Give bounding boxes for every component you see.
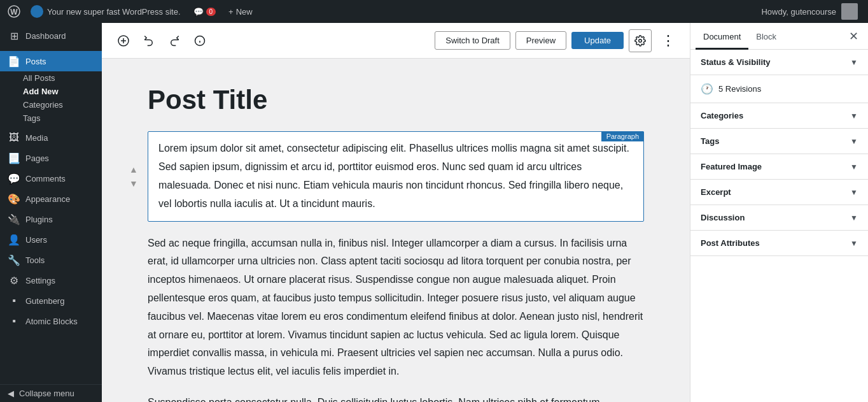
- sidebar-posts-group: 📄 Posts All Posts Add New Categories Tag…: [0, 48, 102, 127]
- section-excerpt-header[interactable]: Excerpt ▼: [690, 180, 868, 205]
- sidebar-collapse[interactable]: ◀ Collapse menu: [0, 384, 102, 402]
- collapse-icon: ◀: [8, 389, 14, 398]
- section-excerpt-label: Excerpt: [701, 187, 731, 197]
- chevron-discussion-icon: ▼: [850, 213, 858, 222]
- right-panel: Document Block ✕ Status & Visibility ▼ 🕐…: [690, 23, 868, 402]
- comment-badge[interactable]: 💬 0: [188, 7, 221, 17]
- section-tags-header[interactable]: Tags ▼: [690, 129, 868, 154]
- sidebar-sub-add-new[interactable]: Add New: [0, 85, 102, 98]
- sidebar-item-plugins[interactable]: 🔌 Plugins: [0, 209, 102, 229]
- panel-tabs: Document Block ✕: [690, 23, 868, 50]
- media-icon: 🖼: [8, 131, 20, 144]
- panel-close-button[interactable]: ✕: [844, 27, 863, 46]
- sidebar-dashboard-group: ⊞ Dashboard: [0, 23, 102, 48]
- gutenberg-icon: ▪: [8, 294, 20, 307]
- chevron-categories-icon: ▼: [850, 111, 858, 120]
- sidebar-item-pages[interactable]: 📃 Pages: [0, 148, 102, 168]
- sidebar-item-settings[interactable]: ⚙ Settings: [0, 270, 102, 291]
- sidebar-appearance-label: Appearance: [25, 194, 70, 204]
- add-block-button[interactable]: [112, 29, 135, 52]
- howdy-text: Howdy, gutencourse: [761, 7, 836, 17]
- chevron-post-attributes-icon: ▼: [850, 239, 858, 248]
- sidebar-item-media[interactable]: 🖼 Media: [0, 127, 102, 148]
- section-tags: Tags ▼: [690, 129, 868, 154]
- sidebar-sub-tags[interactable]: Tags: [0, 111, 102, 125]
- section-featured-image-label: Featured Image: [701, 162, 762, 171]
- info-button[interactable]: [188, 29, 211, 52]
- posts-icon: 📄: [8, 55, 20, 68]
- sidebar-sub-categories[interactable]: Categories: [0, 98, 102, 111]
- comments-icon: 💬: [8, 172, 20, 185]
- section-discussion: Discussion ▼: [690, 205, 868, 231]
- new-item[interactable]: + New: [223, 7, 258, 17]
- section-status-label: Status & Visibility: [701, 57, 771, 67]
- admin-bar-site[interactable]: Your new super fast WordPress site.: [25, 5, 186, 18]
- tab-document[interactable]: Document: [696, 23, 748, 50]
- redo-button[interactable]: [163, 29, 186, 52]
- section-featured-image-header[interactable]: Featured Image ▼: [690, 154, 868, 179]
- editor-inner: Post Title Paragraph ▲ ▼ Lorem ipsum dol…: [148, 84, 644, 377]
- admin-bar: W Your new super fast WordPress site. 💬 …: [0, 0, 868, 23]
- section-revisions: 🕐 5 Revisions: [690, 75, 868, 103]
- block-move-controls: ▲ ▼: [128, 163, 139, 190]
- admin-bar-howdy[interactable]: Howdy, gutencourse: [756, 3, 863, 20]
- section-post-attributes-header[interactable]: Post Attributes ▼: [690, 231, 868, 255]
- section-discussion-label: Discussion: [701, 213, 745, 222]
- section-tags-label: Tags: [701, 136, 719, 146]
- post-title[interactable]: Post Title: [148, 84, 644, 116]
- sidebar-item-comments[interactable]: 💬 Comments: [0, 168, 102, 189]
- comment-count: 0: [206, 8, 216, 16]
- chevron-featured-image-icon: ▼: [850, 162, 858, 171]
- sidebar-item-atomic-blocks[interactable]: ▪ Atomic Blocks: [0, 311, 102, 331]
- sidebar-atomic-label: Atomic Blocks: [25, 317, 78, 326]
- sidebar-item-dashboard[interactable]: ⊞ Dashboard: [0, 25, 102, 46]
- new-label: New: [236, 7, 253, 17]
- sidebar-item-posts[interactable]: 📄 Posts: [0, 51, 102, 71]
- sidebar-gutenberg-label: Gutenberg: [25, 296, 64, 306]
- sidebar-item-gutenberg[interactable]: ▪ Gutenberg: [0, 291, 102, 311]
- dashboard-icon: ⊞: [8, 29, 20, 42]
- section-categories-header[interactable]: Categories ▼: [690, 103, 868, 128]
- section-status-header[interactable]: Status & Visibility ▼: [690, 50, 868, 75]
- pages-icon: 📃: [8, 152, 20, 164]
- preview-button[interactable]: Preview: [515, 31, 566, 50]
- toolbar-left: [112, 29, 211, 52]
- sidebar-item-users[interactable]: 👤 Users: [0, 229, 102, 250]
- sidebar-item-tools[interactable]: 🔧 Tools: [0, 250, 102, 270]
- paragraph-block-3[interactable]: Suspendisse porta consectetur nulla. Dui…: [148, 394, 644, 402]
- sidebar-sub-all-posts[interactable]: All Posts: [0, 71, 102, 85]
- move-up-button[interactable]: ▲: [128, 163, 139, 176]
- svg-text:W: W: [10, 8, 18, 17]
- update-button[interactable]: Update: [571, 32, 624, 49]
- sidebar: ⊞ Dashboard 📄 Posts All Posts Add New Ca…: [0, 23, 102, 402]
- panel-content: Status & Visibility ▼ 🕐 5 Revisions Cate…: [690, 50, 868, 402]
- editor-toolbar: Switch to Draft Preview Update ⋮: [102, 23, 690, 59]
- settings-icon: ⚙: [8, 274, 20, 287]
- more-options-button[interactable]: ⋮: [657, 29, 680, 52]
- revisions-row[interactable]: 🕐 5 Revisions: [690, 75, 868, 103]
- section-post-attributes-label: Post Attributes: [701, 238, 760, 248]
- switch-to-draft-button[interactable]: Switch to Draft: [435, 31, 510, 50]
- tab-block[interactable]: Block: [748, 23, 784, 50]
- selected-paragraph-block[interactable]: Paragraph ▲ ▼ Lorem ipsum dolor sit amet…: [148, 131, 644, 221]
- sidebar-tools-label: Tools: [25, 255, 45, 265]
- section-discussion-header[interactable]: Discussion ▼: [690, 205, 868, 230]
- sidebar-posts-label: Posts: [25, 57, 46, 66]
- paragraph-block-2[interactable]: Sed ac neque fringilla, accumsan nulla i…: [148, 234, 644, 381]
- section-excerpt: Excerpt ▼: [690, 180, 868, 205]
- undo-button[interactable]: [137, 29, 160, 52]
- paragraph-text-2: Sed ac neque fringilla, accumsan nulla i…: [148, 234, 644, 381]
- plus-icon: +: [228, 7, 234, 17]
- paragraph-label: Paragraph: [601, 131, 644, 141]
- toolbar-right: Switch to Draft Preview Update ⋮: [435, 29, 680, 52]
- editor-content: Post Title Paragraph ▲ ▼ Lorem ipsum dol…: [102, 59, 690, 402]
- collapse-label: Collapse menu: [19, 389, 74, 398]
- comment-icon: 💬: [193, 7, 204, 17]
- section-categories-label: Categories: [701, 111, 743, 120]
- wp-logo[interactable]: W: [5, 3, 23, 20]
- move-down-button[interactable]: ▼: [128, 177, 139, 190]
- editor-area: Switch to Draft Preview Update ⋮ Post Ti…: [102, 23, 690, 402]
- sidebar-item-appearance[interactable]: 🎨 Appearance: [0, 189, 102, 209]
- settings-toggle-button[interactable]: [629, 29, 652, 52]
- revisions-label: 5 Revisions: [718, 84, 761, 94]
